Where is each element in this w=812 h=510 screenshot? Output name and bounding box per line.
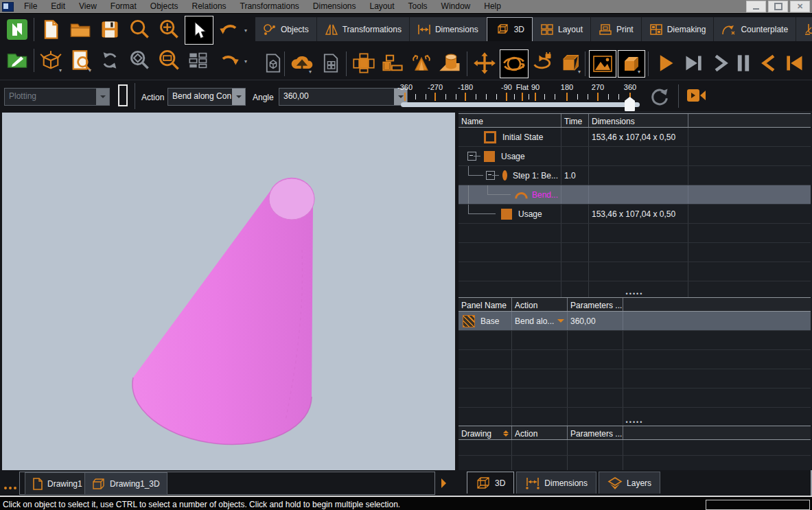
- panel-tab-dimensions[interactable]: Dimensions: [516, 472, 596, 494]
- table-row-empty[interactable]: [459, 350, 811, 369]
- table-row-base-panel[interactable]: Base Bend alo... 360,00: [459, 312, 811, 331]
- table-row-initial-state[interactable]: Initial State 153,46 x 107,04 x 0,50: [459, 128, 811, 147]
- 3d-viewport[interactable]: [2, 113, 455, 470]
- table-row-empty[interactable]: [459, 224, 811, 243]
- menu-format[interactable]: Format: [104, 0, 143, 13]
- edit-design-button[interactable]: [3, 47, 31, 74]
- table-row-empty[interactable]: [459, 456, 811, 472]
- plot-tool-button[interactable]: [118, 84, 128, 106]
- zoom-all-button[interactable]: [155, 16, 183, 43]
- fold-all-button[interactable]: [408, 49, 435, 77]
- column-header-time[interactable]: Time: [561, 114, 589, 127]
- menu-view[interactable]: View: [72, 0, 104, 13]
- slider-track[interactable]: [401, 102, 640, 107]
- table-row-empty[interactable]: [459, 389, 811, 408]
- column-header-name[interactable]: Name: [459, 114, 561, 127]
- ribbon-tab-print[interactable]: Print: [591, 17, 642, 41]
- refresh-view-button[interactable]: [96, 47, 124, 74]
- table-row-empty[interactable]: [459, 331, 811, 350]
- rotate-3d-button[interactable]: [500, 49, 529, 78]
- publish-cloud-dropdown-caret[interactable]: ▾: [309, 69, 312, 75]
- pause-animation-button[interactable]: [730, 49, 757, 77]
- column-header-parameters[interactable]: Parameters ...: [568, 426, 623, 439]
- tab-drawing1-3d[interactable]: Drawing1_3D: [84, 472, 167, 495]
- cone-3d-object[interactable]: [2, 113, 455, 470]
- table-row-usage-result[interactable]: Usage 153,46 x 107,04 x 0,50: [459, 205, 811, 224]
- ribbon-tab-cam[interactable]: CAM: [796, 17, 812, 41]
- menu-help[interactable]: Help: [477, 0, 508, 13]
- table-row-empty[interactable]: [459, 440, 811, 456]
- ribbon-tab-layout[interactable]: Layout: [533, 17, 591, 41]
- close-button[interactable]: ✕: [790, 1, 810, 12]
- play-to-end-button[interactable]: [680, 49, 707, 77]
- publish-cloud-button[interactable]: ▾: [288, 49, 316, 77]
- show-cube-button[interactable]: ▾: [557, 49, 585, 77]
- more-documents-button[interactable]: [3, 476, 22, 493]
- sort-icon[interactable]: [503, 430, 509, 437]
- step-back-button[interactable]: [755, 49, 782, 77]
- menu-file[interactable]: File: [17, 0, 44, 13]
- panel-tab-layers[interactable]: Layers: [599, 472, 660, 494]
- ribbon-tab-counterplate[interactable]: Counterplate: [714, 17, 796, 41]
- open-box-button[interactable]: ▾: [37, 47, 65, 74]
- spin-locked-button[interactable]: [529, 49, 556, 77]
- menu-objects[interactable]: Objects: [143, 0, 185, 13]
- menu-relations[interactable]: Relations: [185, 0, 233, 13]
- table-row-empty[interactable]: [459, 243, 811, 262]
- tab-drawing1[interactable]: Drawing1: [25, 472, 90, 495]
- undo-button[interactable]: [216, 16, 243, 43]
- column-header-parameters[interactable]: Parameters ...: [568, 298, 623, 311]
- solid-view-button[interactable]: ▾: [618, 50, 645, 78]
- ribbon-tab-dimensions[interactable]: Dimensions: [410, 17, 487, 41]
- select-cursor-button[interactable]: [185, 16, 213, 45]
- minimize-button[interactable]: [746, 1, 766, 12]
- fold-sequence-button[interactable]: [379, 49, 406, 77]
- column-header-action[interactable]: Action: [512, 298, 568, 311]
- pan-3d-button[interactable]: [471, 49, 498, 77]
- redo-dropdown-caret[interactable]: ▾: [244, 58, 247, 65]
- report-sheet-button[interactable]: [317, 49, 345, 77]
- table-row-usage-group[interactable]: Usage: [459, 147, 811, 166]
- scroll-tabs-right-icon[interactable]: [441, 478, 451, 488]
- menu-dimensions[interactable]: Dimensions: [306, 0, 363, 13]
- zoom-previous-button[interactable]: [126, 47, 153, 74]
- redo-button[interactable]: [216, 47, 243, 74]
- texture-view-button[interactable]: [589, 50, 616, 78]
- new-document-button[interactable]: [37, 16, 65, 43]
- table-row-bend-action[interactable]: Bend...: [459, 185, 811, 205]
- print-preview-button[interactable]: ▾: [67, 47, 94, 74]
- ribbon-tab-diemaking[interactable]: Diemaking: [642, 17, 715, 41]
- record-animation-button[interactable]: [686, 87, 707, 104]
- action-combo-arrow-icon[interactable]: [232, 89, 245, 105]
- table-row-empty[interactable]: [459, 262, 811, 281]
- open-folder-button[interactable]: [67, 16, 94, 43]
- panel-tab-3d[interactable]: 3D: [467, 472, 514, 494]
- zoom-window-button[interactable]: [155, 47, 183, 74]
- open-box-dropdown-caret[interactable]: ▾: [59, 67, 62, 73]
- menu-edit[interactable]: Edit: [44, 0, 72, 13]
- column-header-panel-name[interactable]: Panel Name: [459, 298, 512, 311]
- menu-layout[interactable]: Layout: [363, 0, 402, 13]
- ribbon-tab-3d[interactable]: 3D: [487, 17, 533, 41]
- show-cube-dropdown-caret[interactable]: ▾: [578, 69, 581, 75]
- angle-slider[interactable]: -360 -270 -180 -90 Flat 90 180 270 360: [398, 82, 645, 111]
- print-preview-dropdown-caret[interactable]: ▾: [89, 67, 91, 73]
- menu-tools[interactable]: Tools: [402, 0, 434, 13]
- column-header-dimensions[interactable]: Dimensions: [589, 114, 688, 127]
- column-header-drawing[interactable]: Drawing: [459, 426, 512, 439]
- wrap-cylinder-button[interactable]: [437, 49, 464, 77]
- menu-transformations[interactable]: Transformations: [233, 0, 306, 13]
- column-header-action[interactable]: Action: [512, 426, 568, 439]
- action-dropdown-icon[interactable]: [557, 319, 564, 326]
- table-row-step1[interactable]: Step 1: Be... 1.0: [459, 166, 811, 185]
- ribbon-tab-objects[interactable]: Objects: [255, 17, 317, 41]
- ribbon-tab-transformations[interactable]: Transformations: [317, 17, 410, 41]
- solid-view-dropdown-caret[interactable]: ▾: [638, 69, 640, 75]
- export-3d-document-button[interactable]: [259, 49, 287, 77]
- unfold-box-button[interactable]: [350, 49, 378, 77]
- window-layout-button[interactable]: [185, 47, 212, 74]
- undo-dropdown-caret[interactable]: ▾: [244, 27, 247, 34]
- reset-rotation-button[interactable]: [649, 86, 670, 107]
- play-animation-button[interactable]: [652, 49, 680, 77]
- play-to-start-button[interactable]: [781, 49, 809, 77]
